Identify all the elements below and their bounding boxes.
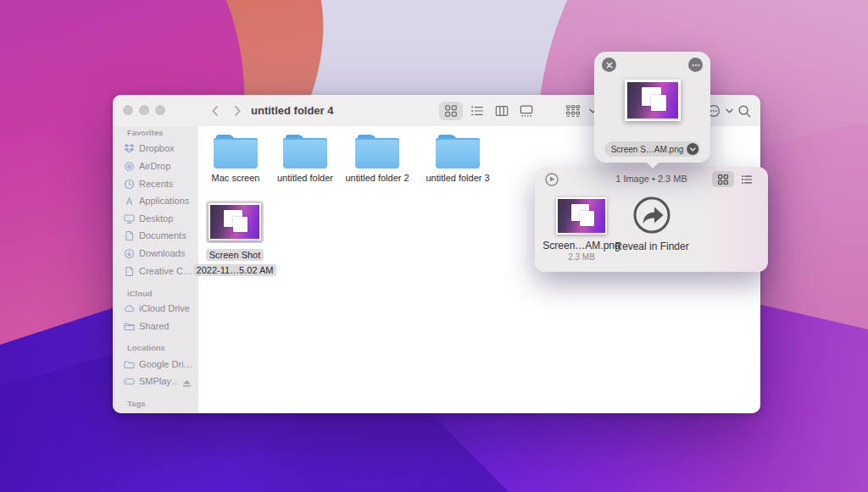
sidebar-item-label: Recents: [139, 179, 173, 189]
sidebar-item-google-drive[interactable]: Google Dri…: [123, 357, 197, 372]
sidebar-item-label: Shared: [139, 321, 169, 331]
sidebar-item-label: Creative C…: [139, 266, 192, 276]
external-disk-icon: [123, 375, 135, 387]
filename-pill[interactable]: Screen S…AM.png: [604, 141, 701, 157]
sidebar-item-label: Desktop: [139, 213, 173, 224]
screenshot-preview-popup: Screen S…AM.png: [594, 52, 710, 163]
sidebar-item-smplayer-disk[interactable]: SMPlay…: [123, 373, 197, 389]
sidebar-item-recents[interactable]: Recents: [123, 176, 197, 191]
more-options-icon[interactable]: [688, 58, 703, 72]
popup-filename: Screen S…AM.png: [611, 145, 684, 154]
folder-icon: [214, 135, 258, 169]
sidebar-item-label: Downloads: [139, 248, 185, 258]
gallery-view-button[interactable]: [515, 102, 537, 120]
sidebar-item-shared[interactable]: Shared: [123, 318, 197, 334]
close-window-button[interactable]: [123, 105, 133, 115]
sidebar-section-tags: Tags: [127, 399, 145, 408]
desktop-icon: [123, 213, 135, 224]
search-button[interactable]: [734, 102, 754, 120]
file-name-line1: Screen Shot: [206, 249, 264, 261]
forward-button[interactable]: [230, 103, 245, 119]
panel-grid-view-button[interactable]: [712, 171, 734, 187]
group-by-button[interactable]: [561, 102, 585, 120]
sidebar-item-label: iCloud Drive: [139, 303, 190, 313]
folder-untitled[interactable]: untitled folder: [264, 135, 346, 184]
folder-name: untitled folder 2: [337, 173, 418, 184]
sidebar-item-label: SMPlay…: [139, 376, 178, 386]
folder-name: untitled folder: [264, 173, 346, 184]
mini-window: [233, 217, 248, 232]
selection-highlight: [206, 201, 264, 243]
sidebar-item-airdrop[interactable]: AirDrop: [123, 158, 197, 174]
minimize-window-button[interactable]: [139, 105, 149, 115]
column-view-button[interactable]: [491, 102, 513, 120]
eject-icon[interactable]: [182, 377, 192, 386]
cloud-icon: [123, 302, 135, 314]
window-title: untitled folder 4: [251, 104, 334, 117]
reveal-in-finder-button[interactable]: Reveal in Finder: [609, 195, 694, 252]
reveal-arrow-icon: [632, 224, 672, 238]
sidebar-item-label: Documents: [139, 230, 186, 240]
reveal-label: Reveal in Finder: [609, 240, 694, 252]
list-view-button[interactable]: [466, 102, 488, 120]
sidebar-section-locations: Locations: [127, 343, 165, 352]
sidebar-item-label: Applications: [139, 196, 189, 206]
sidebar-item-label: Dropbox: [139, 143, 175, 153]
back-button[interactable]: [208, 103, 223, 119]
mini-window: [651, 95, 666, 111]
close-icon[interactable]: [602, 58, 616, 72]
sidebar-section-icloud: iCloud: [127, 289, 153, 298]
folder-untitled-2[interactable]: untitled folder 2: [337, 135, 418, 184]
sidebar-item-dropbox[interactable]: Dropbox: [123, 141, 197, 156]
folder-icon: [355, 135, 399, 169]
folder-name: untitled folder 3: [417, 173, 498, 184]
folder-icon: [123, 358, 135, 370]
mini-window: [580, 211, 594, 226]
folder-icon: [436, 135, 480, 169]
more-toolbar-chevron-icon[interactable]: [723, 102, 735, 120]
chevron-down-icon[interactable]: [687, 143, 698, 155]
shared-folder-icon: [123, 320, 135, 332]
share-panel: 1 Image • 2.3 MB Screen…AM.png 2.3 MB Re…: [535, 167, 768, 272]
panel-file-size: 2.3 MB: [541, 252, 622, 262]
folder-icon: [283, 135, 327, 169]
document-icon: [123, 265, 135, 277]
sidebar-item-icloud-drive[interactable]: iCloud Drive: [123, 301, 197, 316]
screenshot-thumbnail: [209, 203, 261, 240]
screenshot-thumbnail[interactable]: [625, 80, 681, 121]
sidebar-item-label: AirDrop: [139, 161, 170, 171]
screenshot-thumbnail: [556, 197, 607, 235]
document-icon: [123, 229, 135, 241]
zoom-window-button[interactable]: [155, 105, 165, 115]
sidebar-item-label: Google Dri…: [139, 359, 193, 369]
icon-view-button[interactable]: [439, 102, 463, 120]
panel-list-view-button[interactable]: [736, 171, 758, 187]
folder-untitled-3[interactable]: untitled folder 3: [417, 135, 498, 184]
clock-icon: [123, 178, 135, 190]
applications-icon: [123, 195, 135, 207]
downloads-icon: [123, 247, 135, 259]
sidebar-section-favorites: Favorites: [127, 128, 163, 137]
dropbox-icon: [123, 142, 135, 154]
airdrop-icon: [123, 160, 135, 172]
file-name-line2: 2022-11…5.02 AM: [193, 264, 277, 276]
file-screen-shot[interactable]: Screen Shot 2022-11…5.02 AM: [186, 201, 284, 277]
